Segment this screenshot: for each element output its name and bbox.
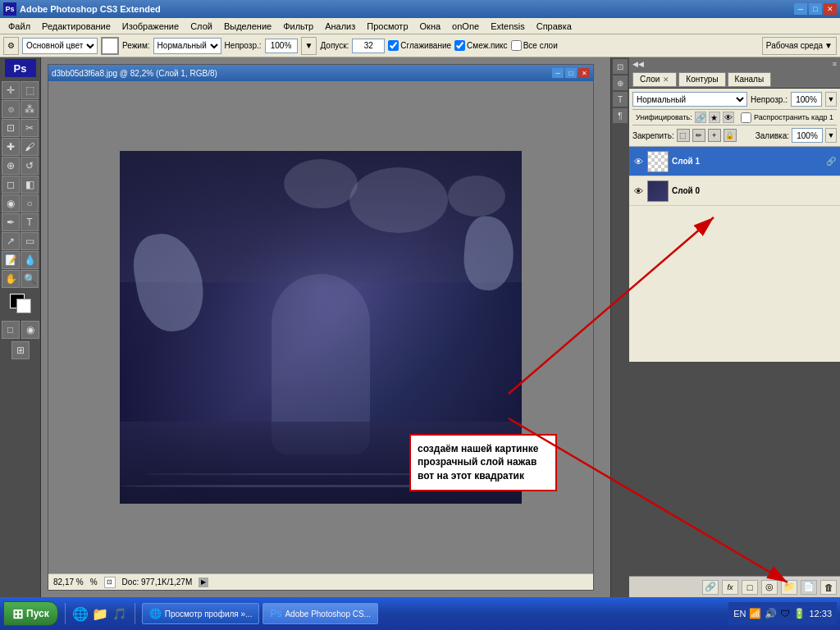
blend-mode-select[interactable]: Нормальный [153,38,221,54]
layer-1-link[interactable]: 🔗 [825,156,837,167]
menu-help[interactable]: Справка [532,20,577,33]
doc-close-btn[interactable]: ✕ [578,68,590,78]
layer-1-visibility[interactable]: 👁 [632,156,644,167]
all-layers-check[interactable]: Все слои [511,40,558,51]
screen-mode[interactable]: ⊞ [11,341,30,359]
lock-position-btn[interactable]: + [708,129,721,142]
standard-mode[interactable]: □ [2,321,20,339]
background-color[interactable] [16,299,31,313]
battery-icon[interactable]: 🔋 [793,608,806,619]
tolerance-input[interactable] [352,39,385,53]
lock-image-btn[interactable]: ✏ [692,129,705,142]
taskbar-folder-icon[interactable]: 📁 [92,605,108,622]
lang-indicator[interactable]: EN [733,609,746,619]
layer-item-0[interactable]: 👁 Слой 0 [629,176,840,206]
doc-maximize-btn[interactable]: □ [565,68,577,78]
workspace-button[interactable]: Рабочая среда ▼ [762,37,837,55]
hand-tool[interactable]: ✋ [2,270,20,288]
text-tool[interactable]: T [21,213,39,231]
unify-pos-icon[interactable]: 🔗 [695,112,706,123]
menu-onone[interactable]: onOne [447,20,484,33]
tab-paths[interactable]: Контуры [678,72,725,87]
antivirus-icon[interactable]: 🛡 [780,608,790,619]
menu-view[interactable]: Просмотр [362,20,413,33]
crop-tool[interactable]: ⊡ [2,119,20,137]
minimize-button[interactable]: ─ [794,3,807,15]
stamp-tool[interactable]: ⊕ [2,157,20,175]
gradient-tool[interactable]: ◧ [21,176,39,194]
panel-collapse-arrow[interactable]: ◀◀ [632,60,644,68]
color-mode-select[interactable]: Основной цвет [22,38,98,54]
history-brush-tool[interactable]: ↺ [21,157,39,175]
menu-filter[interactable]: Фильтр [278,20,318,33]
new-group-btn[interactable]: 📁 [781,580,797,595]
tab-layers[interactable]: Слои ✕ [632,72,677,87]
selection-tool[interactable]: ⬚ [21,81,39,99]
taskbar-ie-icon[interactable]: 🌐 [72,605,89,622]
magic-wand-tool[interactable]: ⁂ [21,100,39,118]
menu-extensis[interactable]: Extensis [486,20,530,33]
volume-icon[interactable]: 🔊 [765,608,777,619]
slice-tool[interactable]: ✂ [21,119,39,137]
network-icon[interactable]: 📶 [749,608,761,619]
unify-vis-icon[interactable]: 👁 [723,112,734,123]
sidebar-icon-4[interactable]: ¶ [613,108,628,123]
lasso-tool[interactable]: ⌾ [2,100,20,118]
pen-tool[interactable]: ✒ [2,213,20,231]
delete-layer-btn[interactable]: 🗑 [820,580,837,595]
opacity-arrow[interactable]: ▼ [301,37,317,55]
fill-input[interactable] [792,128,823,143]
notes-tool[interactable]: 📝 [2,251,20,269]
eyedropper-tool[interactable]: 💧 [21,251,39,269]
contiguous-check[interactable]: Смеж.пикс [454,40,508,51]
menu-image[interactable]: Изображение [117,20,184,33]
shape-tool[interactable]: ▭ [21,232,39,250]
tab-channels[interactable]: Каналы [728,72,772,87]
blend-mode-layers-select[interactable]: Нормальный [632,92,747,107]
taskbar-app-photoshop[interactable]: Ps Adobe Photoshop CS... [262,603,378,624]
layer-mask-btn[interactable]: □ [742,580,758,595]
layers-opacity-arrow[interactable]: ▼ [825,92,837,107]
quick-mask[interactable]: ◉ [21,321,39,339]
menu-select[interactable]: Выделение [219,20,276,33]
color-swatch[interactable] [101,37,119,55]
menu-layer[interactable]: Слой [185,20,217,33]
fit-button[interactable]: ⊡ [104,577,116,588]
distribute-checkbox[interactable] [741,112,751,123]
layer-item-1[interactable]: 👁 Слой 1 🔗 [629,147,840,176]
layer-link-btn[interactable]: 🔗 [702,580,719,595]
doc-minimize-btn[interactable]: ─ [552,68,564,78]
path-tool[interactable]: ↗ [2,232,20,250]
layer-fx-btn[interactable]: fx [722,580,738,595]
opacity-input[interactable] [265,39,298,53]
healing-tool[interactable]: ✚ [2,138,20,156]
unify-style-icon[interactable]: ★ [709,112,720,123]
eraser-tool[interactable]: ◻ [2,176,20,194]
dodge-tool[interactable]: ○ [21,194,39,212]
lock-all-btn[interactable]: 🔒 [724,129,737,142]
menu-window[interactable]: Окна [415,20,446,33]
fill-arrow[interactable]: ▼ [825,128,837,143]
sidebar-icon-2[interactable]: ⊕ [613,75,628,90]
zoom-tool[interactable]: 🔍 [21,270,39,288]
new-layer-btn[interactable]: 📄 [801,580,817,595]
menu-analyze[interactable]: Анализ [320,20,360,33]
move-tool[interactable]: ✛ [2,81,20,99]
layers-opacity-input[interactable] [791,92,822,107]
layer-0-visibility[interactable]: 👁 [632,185,644,197]
menu-edit[interactable]: Редактирование [37,20,116,33]
close-button[interactable]: ✕ [824,3,837,15]
sidebar-icon-3[interactable]: T [613,92,628,107]
canvas-content[interactable]: создаём нашей картинке прозрачный слой н… [48,81,593,573]
start-button[interactable]: ⊞ Пуск [3,601,58,626]
maximize-button[interactable]: □ [809,3,822,15]
tool-options-button[interactable]: ⚙ [3,37,19,55]
sidebar-icon-1[interactable]: ⊡ [613,59,628,74]
menu-file[interactable]: Файл [3,20,35,33]
lock-transparent-btn[interactable]: ⬚ [677,129,690,142]
doc-info-arrow[interactable]: ▶ [199,578,208,587]
blur-tool[interactable]: ◉ [2,194,20,212]
antialias-check[interactable]: Сглаживание [388,40,451,51]
brush-tool[interactable]: 🖌 [21,138,39,156]
panel-options-btn[interactable]: ≡ [833,60,837,68]
